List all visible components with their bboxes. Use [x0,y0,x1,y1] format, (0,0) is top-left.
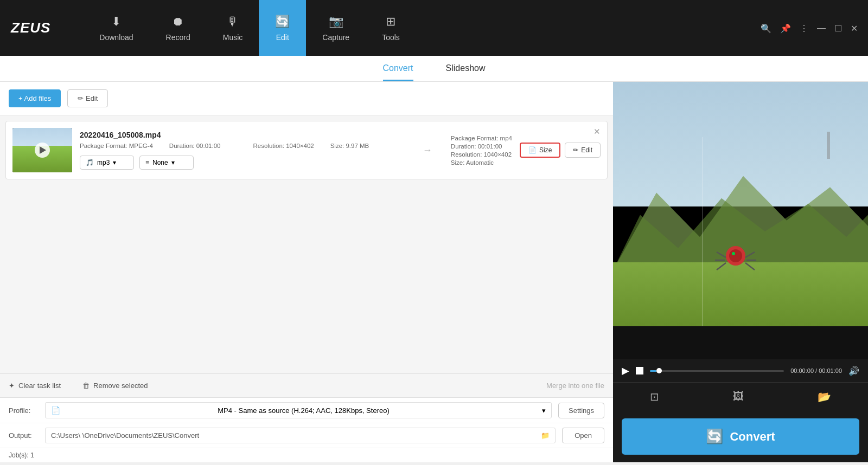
settings-button[interactable]: Settings [558,403,604,418]
clear-icon: ✦ [9,382,15,390]
clear-task-button[interactable]: ✦ Clear task list [9,382,61,390]
file-name: 20220416_105008.mp4 [80,131,404,139]
image-icon[interactable]: 🖼 [722,388,755,405]
profile-dropdown-icon: 📄 [51,406,62,415]
app-logo: ZEUS [11,20,50,36]
merge-into-one[interactable]: Merge into one file [546,382,604,390]
filter-select[interactable]: ≡ None ▾ [139,156,194,170]
svg-line-7 [717,263,726,270]
item-edit-button[interactable]: ✏ Edit [565,143,601,158]
remove-label: Remove selected [93,382,148,390]
convert-button-area: 🔄 Convert [613,411,868,462]
nav-label-capture: Capture [322,33,349,42]
file-format-controls: 🎵 mp3 ▾ ≡ None ▾ [80,156,404,170]
item-edit-icon: ✏ [573,146,578,154]
format-icon: 🎵 [86,159,94,166]
folder-icon: 📁 [541,431,550,440]
convert-big-button[interactable]: 🔄 Convert [622,418,859,455]
nav-label-tools: Tools [382,33,400,42]
video-preview [613,82,868,359]
close-button[interactable]: ✕ [848,22,860,34]
src-size: Size: 9.97 MB [330,143,369,149]
bottom-toolbar: ✦ Clear task list 🗑 Remove selected Merg… [0,373,613,397]
convert-arrow: → [423,145,432,156]
tab-slideshow[interactable]: Slideshow [446,63,486,81]
format-value: mp3 [97,159,110,166]
dst-resolution: Resolution: 1040×402 [451,151,512,158]
dst-size: Size: Automatic [451,159,512,166]
volume-button[interactable]: 🔊 [848,366,859,376]
nav-item-music[interactable]: 🎙 Music [207,0,259,56]
nav-item-record[interactable]: ⏺ Record [150,0,207,56]
nav-items: ⬇ Download ⏺ Record 🎙 Music 🔄 Edit 📷 Cap… [83,0,416,56]
filter-value: None [152,159,168,166]
maximize-button[interactable]: ☐ [832,22,844,34]
nav-item-tools[interactable]: ⊞ Tools [366,0,416,56]
jobs-info: Job(s): 1 [0,448,613,462]
svg-line-8 [745,252,755,257]
sub-tabs: Convert Slideshow [0,56,868,82]
progress-bar[interactable] [650,370,784,372]
right-panel: ▶ 00:00:00 / 00:01:00 🔊 ⊡ 🖼 📂 🔄 Convert [613,82,868,462]
window-controls: 🔍 📌 ⋮ — ☐ ✕ [758,22,860,34]
convert-label: Convert [730,430,775,444]
search-window-icon[interactable]: 🔍 [758,22,774,34]
size-button[interactable]: 📄 Size [520,143,560,158]
add-files-button[interactable]: + Add files [9,89,61,107]
nav-label-record: Record [166,33,190,42]
dst-format: Package Format: mp4 [451,135,512,141]
video-creature [714,238,757,282]
svg-point-4 [732,252,735,255]
minimize-button[interactable]: — [815,22,828,34]
remove-selected-button[interactable]: 🗑 Remove selected [82,382,148,390]
record-icon: ⏺ [172,15,184,29]
profile-label: Profile: [9,406,39,415]
thumb-play-button[interactable] [35,143,50,158]
nav-item-edit[interactable]: 🔄 Edit [259,0,306,56]
output-path-text: C:\Users\ \OneDrive\Documents\ZEUS\Conve… [51,431,199,440]
nav-label-edit: Edit [276,33,289,42]
output-controls: 📄 Size ✏ Edit [520,143,601,158]
dst-duration: Duration: 00:01:00 [451,143,512,150]
filter-icon: ≡ [145,159,149,166]
nav-item-capture[interactable]: 📷 Capture [306,0,366,56]
play-triangle-icon [40,146,46,154]
profile-chevron: ▾ [542,406,546,415]
format-chevron: ▾ [113,159,116,166]
time-display: 00:00:00 / 00:01:00 [790,367,842,374]
progress-fill [650,370,656,372]
download-icon: ⬇ [111,15,121,29]
nav-item-download[interactable]: ⬇ Download [83,0,149,56]
nav-label-download: Download [99,33,133,42]
crop-icon[interactable]: ⊡ [639,388,670,405]
convert-rotate-icon: 🔄 [706,428,723,445]
file-src-meta: Package Format: MPEG-4 Duration: 00:01:0… [80,143,404,149]
profile-value: MP4 - Same as source (H.264; AAC, 128Kbp… [218,406,389,415]
output-row: Output: C:\Users\ \OneDrive\Documents\ZE… [0,423,613,448]
src-resolution: Resolution: 1040×402 [253,143,314,149]
edit-icon: 🔄 [275,15,290,29]
file-close-button[interactable]: ✕ [593,127,601,137]
more-icon[interactable]: ⋮ [797,22,810,34]
main-layout: + Add files ✏ Edit 20220416_105008.mp4 [0,82,868,462]
stop-button[interactable] [636,367,643,374]
folder-open-icon[interactable]: 📂 [807,388,842,405]
tab-convert[interactable]: Convert [383,63,413,81]
edit-button[interactable]: ✏ Edit [67,89,108,107]
nav-label-music: Music [223,33,243,42]
clear-label: Clear task list [18,382,61,390]
remove-icon: 🗑 [82,382,90,390]
tower [827,132,830,159]
open-button[interactable]: Open [562,428,604,443]
output-path[interactable]: C:\Users\ \OneDrive\Documents\ZEUS\Conve… [45,428,556,443]
top-nav: ZEUS ⬇ Download ⏺ Record 🎙 Music 🔄 Edit … [0,0,868,56]
output-label: Output: [9,431,39,440]
profile-dropdown[interactable]: 📄 MP4 - Same as source (H.264; AAC, 128K… [45,402,552,418]
file-toolbar: + Add files ✏ Edit [0,82,613,115]
play-button[interactable]: ▶ [622,365,629,377]
pin-icon[interactable]: 📌 [778,22,793,34]
profile-section: Profile: 📄 MP4 - Same as source (H.264; … [0,397,613,462]
format-select[interactable]: 🎵 mp3 ▾ [80,156,134,170]
svg-line-10 [745,263,755,270]
video-icon-bar: ⊡ 🖼 📂 [613,382,868,411]
